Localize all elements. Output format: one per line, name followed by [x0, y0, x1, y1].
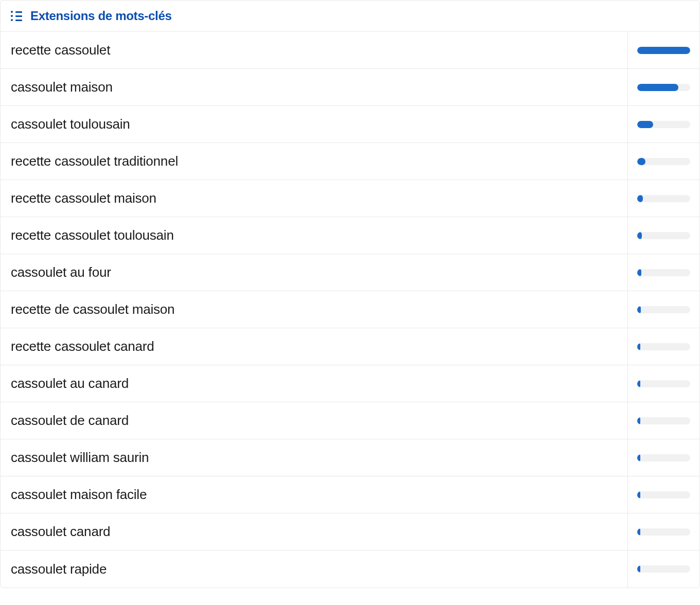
keyword-label: cassoulet toulousain — [1, 116, 627, 132]
score-bar-fill — [637, 269, 641, 276]
keyword-label: recette cassoulet canard — [1, 339, 627, 354]
score-bar-cell — [627, 291, 699, 328]
keyword-rows: recette cassouletcassoulet maisoncassoul… — [1, 32, 699, 588]
score-bar-fill — [637, 195, 643, 202]
score-bar-cell — [627, 69, 699, 105]
score-bar-track — [637, 121, 690, 128]
keyword-label: recette cassoulet maison — [1, 190, 627, 206]
keyword-label: cassoulet de canard — [1, 413, 627, 429]
score-bar-cell — [627, 180, 699, 217]
score-bar-track — [637, 454, 690, 461]
score-bar-track — [637, 269, 690, 276]
list-icon — [11, 11, 22, 21]
score-bar-cell — [627, 402, 699, 439]
score-bar-fill — [637, 343, 640, 350]
score-bar-fill — [637, 528, 640, 536]
score-bar-track — [637, 232, 690, 239]
keyword-row[interactable]: cassoulet william saurin — [1, 439, 699, 476]
keyword-row[interactable]: recette cassoulet toulousain — [1, 217, 699, 254]
score-bar-track — [637, 565, 690, 573]
score-bar-track — [637, 491, 690, 499]
panel-header: Extensions de mots-clés — [1, 1, 699, 32]
keyword-label: recette cassoulet traditionnel — [1, 153, 627, 169]
keyword-row[interactable]: cassoulet de canard — [1, 402, 699, 439]
score-bar-track — [637, 306, 690, 313]
keyword-label: cassoulet maison facile — [1, 487, 627, 503]
keyword-label: cassoulet au canard — [1, 376, 627, 392]
score-bar-fill — [637, 47, 690, 54]
score-bar-cell — [627, 106, 699, 143]
keyword-label: cassoulet canard — [1, 524, 627, 540]
score-bar-track — [637, 343, 690, 350]
keyword-label: cassoulet au four — [1, 264, 627, 280]
keyword-row[interactable]: cassoulet au canard — [1, 365, 699, 402]
score-bar-cell — [627, 550, 699, 588]
score-bar-cell — [627, 217, 699, 254]
score-bar-cell — [627, 254, 699, 291]
score-bar-fill — [637, 491, 640, 499]
score-bar-track — [637, 195, 690, 202]
score-bar-track — [637, 84, 690, 91]
score-bar-fill — [637, 121, 653, 128]
keyword-row[interactable]: cassoulet toulousain — [1, 106, 699, 143]
keyword-label: recette de cassoulet maison — [1, 301, 627, 317]
score-bar-cell — [627, 328, 699, 365]
score-bar-cell — [627, 32, 699, 68]
score-bar-fill — [637, 158, 645, 165]
keyword-label: cassoulet maison — [1, 79, 627, 95]
keyword-row[interactable]: cassoulet canard — [1, 513, 699, 550]
score-bar-fill — [637, 84, 678, 91]
score-bar-fill — [637, 454, 640, 461]
keyword-label: recette cassoulet — [1, 42, 627, 58]
score-bar-track — [637, 158, 690, 165]
score-bar-cell — [627, 439, 699, 476]
score-bar-fill — [637, 232, 642, 239]
score-bar-cell — [627, 143, 699, 180]
score-bar-track — [637, 417, 690, 424]
score-bar-fill — [637, 417, 640, 424]
keyword-row[interactable]: recette de cassoulet maison — [1, 291, 699, 328]
score-bar-track — [637, 47, 690, 54]
keyword-row[interactable]: recette cassoulet canard — [1, 328, 699, 365]
keyword-row[interactable]: cassoulet rapide — [1, 550, 699, 588]
keyword-row[interactable]: recette cassoulet maison — [1, 180, 699, 217]
keyword-row[interactable]: cassoulet au four — [1, 254, 699, 291]
score-bar-track — [637, 380, 690, 387]
score-bar-fill — [637, 306, 641, 313]
keyword-row[interactable]: recette cassoulet traditionnel — [1, 143, 699, 180]
keyword-row[interactable]: cassoulet maison facile — [1, 476, 699, 513]
score-bar-track — [637, 528, 690, 536]
score-bar-cell — [627, 513, 699, 550]
keyword-label: cassoulet william saurin — [1, 450, 627, 466]
score-bar-fill — [637, 565, 640, 573]
keyword-row[interactable]: cassoulet maison — [1, 69, 699, 106]
keyword-extensions-panel: Extensions de mots-clés recette cassoule… — [0, 0, 700, 588]
score-bar-cell — [627, 365, 699, 402]
score-bar-cell — [627, 476, 699, 513]
keyword-label: recette cassoulet toulousain — [1, 227, 627, 243]
score-bar-fill — [637, 380, 640, 387]
keyword-row[interactable]: recette cassoulet — [1, 32, 699, 69]
keyword-label: cassoulet rapide — [1, 561, 627, 577]
panel-title: Extensions de mots-clés — [30, 9, 172, 23]
